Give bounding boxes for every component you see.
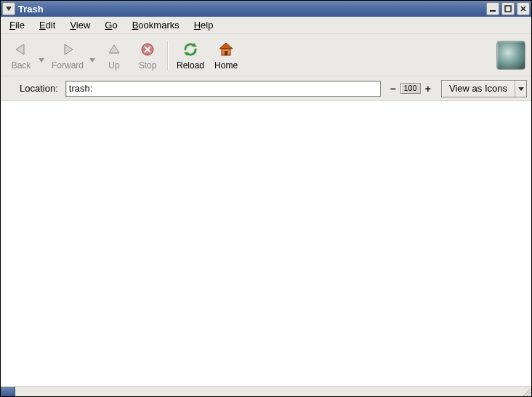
- up-label: Up: [108, 60, 119, 71]
- stop-icon: [140, 39, 156, 60]
- forward-icon: [60, 39, 76, 60]
- zoom-in-button[interactable]: +: [424, 83, 432, 95]
- menu-bar: File Edit View Go Bookmarks Help: [1, 17, 531, 34]
- view-mode-label: View as Icons: [442, 83, 515, 94]
- zoom-control: − 100 +: [388, 83, 432, 95]
- menu-view[interactable]: View: [65, 18, 94, 32]
- back-label: Back: [12, 60, 31, 71]
- up-button[interactable]: Up: [98, 38, 130, 72]
- stop-button[interactable]: Stop: [132, 38, 164, 72]
- minimize-button[interactable]: [486, 2, 499, 15]
- up-icon: [106, 39, 122, 60]
- svg-marker-5: [16, 44, 24, 55]
- forward-label: Forward: [52, 60, 84, 71]
- title-bar: Trash: [1, 1, 531, 17]
- svg-line-21: [529, 395, 531, 396]
- location-input[interactable]: [65, 81, 382, 97]
- back-history-dropdown[interactable]: [39, 48, 46, 63]
- resize-grip[interactable]: [520, 387, 531, 397]
- window: Trash File Edit View Go Bookmarks Help B…: [0, 0, 532, 397]
- menu-file[interactable]: File: [5, 18, 29, 32]
- home-icon: [217, 39, 235, 60]
- menu-help[interactable]: Help: [190, 18, 218, 32]
- location-label: Location:: [5, 83, 61, 94]
- home-label: Home: [214, 60, 238, 71]
- back-icon: [13, 39, 29, 60]
- content-area[interactable]: [1, 101, 531, 386]
- status-bar: [1, 386, 531, 396]
- svg-rect-1: [490, 10, 496, 12]
- svg-marker-0: [6, 7, 12, 11]
- svg-marker-9: [109, 45, 119, 53]
- throbber-icon: [496, 41, 525, 70]
- status-bar-grip: [1, 387, 15, 396]
- home-button[interactable]: Home: [210, 38, 242, 72]
- window-menu-button[interactable]: [2, 2, 15, 15]
- chevron-down-icon: [515, 81, 526, 97]
- view-mode-combo[interactable]: View as Icons: [441, 80, 527, 97]
- svg-rect-2: [505, 6, 511, 12]
- toolbar: Back Forward Up: [1, 34, 531, 76]
- svg-marker-6: [39, 58, 44, 63]
- forward-button[interactable]: Forward: [47, 38, 88, 72]
- close-button[interactable]: [517, 2, 530, 15]
- reload-icon: [182, 39, 199, 60]
- svg-marker-8: [89, 58, 95, 63]
- location-bar: Location: − 100 + View as Icons: [1, 76, 531, 101]
- back-button[interactable]: Back: [5, 38, 37, 72]
- zoom-out-button[interactable]: −: [388, 83, 397, 95]
- maximize-button[interactable]: [501, 2, 515, 15]
- menu-go[interactable]: Go: [100, 18, 121, 32]
- forward-history-dropdown[interactable]: [89, 48, 97, 63]
- reload-label: Reload: [177, 60, 204, 71]
- stop-label: Stop: [139, 60, 157, 71]
- reload-button[interactable]: Reload: [172, 38, 209, 72]
- window-title: Trash: [18, 4, 484, 15]
- toolbar-separator: [167, 41, 169, 70]
- svg-marker-15: [219, 43, 233, 49]
- svg-rect-17: [225, 51, 227, 55]
- zoom-value[interactable]: 100: [400, 83, 421, 94]
- svg-marker-7: [65, 44, 73, 55]
- menu-edit[interactable]: Edit: [35, 18, 60, 32]
- menu-bookmarks[interactable]: Bookmarks: [128, 18, 184, 32]
- svg-marker-18: [518, 87, 524, 91]
